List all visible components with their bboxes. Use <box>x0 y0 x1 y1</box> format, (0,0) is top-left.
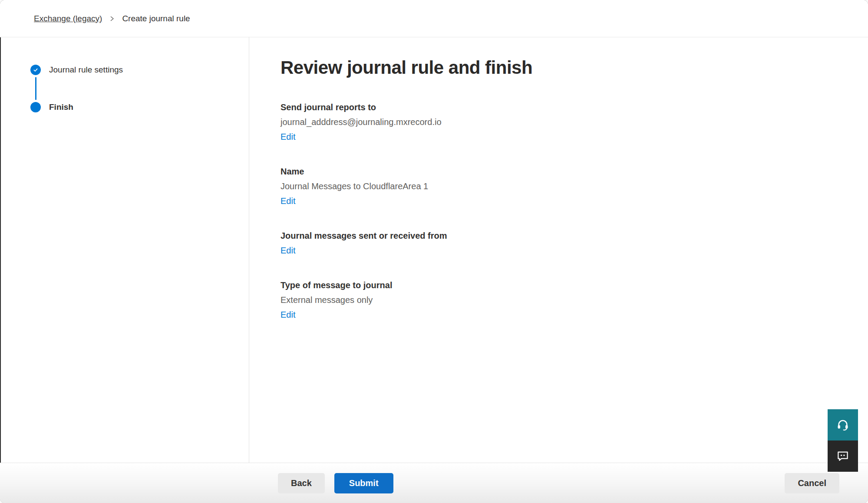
wizard-step-label: Finish <box>49 102 73 112</box>
breadcrumb-create-journal-rule: Create journal rule <box>122 14 190 23</box>
floating-buttons <box>828 409 858 472</box>
main-content: Review journal rule and finish Send jour… <box>250 37 868 463</box>
section-send-journal-reports-to: Send journal reports to journal_adddress… <box>281 100 842 144</box>
footer-left-actions: Back Submit <box>278 473 393 493</box>
feedback-icon <box>836 450 849 463</box>
edit-link-send-journal-reports[interactable]: Edit <box>281 129 295 144</box>
footer-action-bar: Back Submit Cancel <box>0 463 868 503</box>
journal-rule-name: Journal Messages to CloudflareArea 1 <box>281 179 842 194</box>
header: Exchange (legacy) Create journal rule <box>0 0 868 37</box>
wizard-steps: Journal rule settings Finish <box>0 37 249 112</box>
breadcrumb-exchange-legacy[interactable]: Exchange (legacy) <box>34 14 102 23</box>
section-label: Type of message to journal <box>281 278 842 293</box>
wizard-step-finish[interactable]: Finish <box>30 102 249 112</box>
step-connector-line <box>35 77 36 100</box>
check-icon <box>30 65 41 75</box>
edit-link-message-type[interactable]: Edit <box>281 307 295 322</box>
headset-icon <box>836 418 849 431</box>
section-label: Journal messages sent or received from <box>281 228 842 243</box>
section-name: Name Journal Messages to CloudflareArea … <box>281 164 842 208</box>
edit-link-sent-or-received[interactable]: Edit <box>281 243 295 258</box>
chevron-right-icon <box>109 16 115 22</box>
current-step-dot-icon <box>30 102 41 112</box>
help-button[interactable] <box>828 409 858 441</box>
page-title: Review journal rule and finish <box>281 56 842 80</box>
exchange-create-journal-rule-window: Exchange (legacy) Create journal rule Jo… <box>0 0 868 503</box>
wizard-step-journal-rule-settings[interactable]: Journal rule settings <box>30 65 249 75</box>
edit-link-name[interactable]: Edit <box>281 194 295 208</box>
left-edge-strip <box>0 37 1 463</box>
section-label: Send journal reports to <box>281 100 842 115</box>
section-label: Name <box>281 164 842 179</box>
message-type-value: External messages only <box>281 293 842 307</box>
breadcrumb: Exchange (legacy) Create journal rule <box>34 14 190 23</box>
submit-button[interactable]: Submit <box>334 473 393 493</box>
section-type-of-message: Type of message to journal External mess… <box>281 278 842 322</box>
wizard-steps-panel: Journal rule settings Finish <box>0 37 249 463</box>
cancel-button[interactable]: Cancel <box>785 473 839 493</box>
wizard-step-label: Journal rule settings <box>49 65 123 75</box>
journal-report-address: journal_adddress@journaling.mxrecord.io <box>281 115 842 129</box>
back-button[interactable]: Back <box>278 473 325 493</box>
feedback-button[interactable] <box>828 441 858 472</box>
section-journal-messages-sent-or-received: Journal messages sent or received from E… <box>281 228 842 258</box>
